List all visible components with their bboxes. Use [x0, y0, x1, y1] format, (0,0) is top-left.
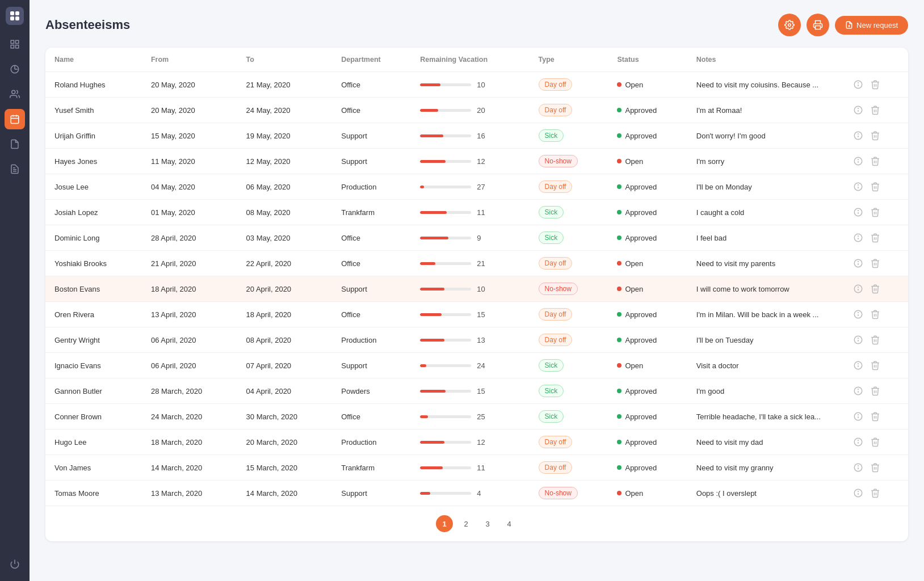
- delete-icon[interactable]: [869, 308, 881, 321]
- delete-icon[interactable]: [869, 206, 881, 218]
- table-row: Josue Lee 04 May, 2020 06 May, 2020 Prod…: [45, 174, 908, 200]
- page-btn-3[interactable]: 3: [479, 515, 496, 532]
- table-row: Von James 14 March, 2020 15 March, 2020 …: [45, 455, 908, 481]
- cell-name: Conner Brown: [45, 404, 142, 430]
- delete-icon[interactable]: [869, 334, 881, 346]
- cell-type: Day off: [530, 251, 608, 276]
- info-icon[interactable]: [852, 257, 864, 270]
- status-label: Open: [625, 157, 643, 166]
- delete-icon[interactable]: [869, 461, 881, 474]
- delete-icon[interactable]: [869, 487, 881, 499]
- info-icon[interactable]: [852, 78, 864, 91]
- status-dot: [617, 363, 621, 368]
- sidebar-item-doc[interactable]: [5, 159, 25, 179]
- info-icon[interactable]: [852, 104, 864, 116]
- delete-icon[interactable]: [869, 410, 881, 423]
- sidebar-item-power[interactable]: [5, 554, 25, 574]
- print-button[interactable]: [807, 14, 829, 36]
- cell-name: Josiah Lopez: [45, 200, 142, 225]
- delete-icon[interactable]: [869, 359, 881, 372]
- cell-department: Office: [332, 98, 411, 123]
- cell-notes: I'm at Romaa!: [687, 98, 843, 123]
- status-dot: [617, 159, 621, 163]
- delete-icon[interactable]: [869, 129, 881, 142]
- delete-icon[interactable]: [869, 257, 881, 270]
- delete-icon[interactable]: [869, 78, 881, 91]
- info-icon[interactable]: [852, 334, 864, 346]
- info-icon[interactable]: [852, 359, 864, 372]
- cell-notes: Terrible headache, I'll take a sick lea.…: [687, 404, 843, 430]
- delete-icon[interactable]: [869, 385, 881, 397]
- cell-name: Roland Hughes: [45, 72, 142, 98]
- new-request-button[interactable]: New request: [835, 16, 908, 35]
- cell-status: Approved: [608, 98, 687, 123]
- info-icon[interactable]: [852, 487, 864, 499]
- status-label: Approved: [625, 183, 657, 191]
- cell-notes: I'll be on Tuesday: [687, 327, 843, 353]
- cell-actions: [843, 174, 908, 200]
- info-icon[interactable]: [852, 155, 864, 167]
- cell-actions: [843, 251, 908, 276]
- page-btn-1[interactable]: 1: [436, 515, 453, 532]
- cell-status: Approved: [608, 174, 687, 200]
- type-badge: Day off: [539, 180, 573, 193]
- info-icon[interactable]: [852, 308, 864, 321]
- table-row: Gannon Butler 28 March, 2020 04 April, 2…: [45, 378, 908, 404]
- page-header: Absenteeisms: [45, 14, 908, 36]
- info-icon[interactable]: [852, 180, 864, 193]
- info-icon[interactable]: [852, 436, 864, 448]
- cell-status: Approved: [608, 455, 687, 481]
- cell-notes: I'm sorry: [687, 149, 843, 174]
- type-badge: Day off: [539, 334, 573, 346]
- sidebar-item-calendar[interactable]: [5, 109, 25, 129]
- type-badge: Sick: [539, 129, 564, 142]
- cell-status: Open: [608, 72, 687, 98]
- status-label: Approved: [625, 106, 657, 115]
- cell-status: Open: [608, 353, 687, 378]
- sidebar-item-users[interactable]: [5, 84, 25, 104]
- cell-department: Office: [332, 72, 411, 98]
- status-dot: [617, 440, 621, 444]
- cell-department: Support: [332, 353, 411, 378]
- delete-icon[interactable]: [869, 231, 881, 244]
- cell-notes: I'm in Milan. Will be back in a week ...: [687, 302, 843, 327]
- settings-button[interactable]: [778, 14, 801, 36]
- delete-icon[interactable]: [869, 180, 881, 193]
- info-icon[interactable]: [852, 206, 864, 218]
- cell-department: Office: [332, 302, 411, 327]
- info-icon[interactable]: [852, 231, 864, 244]
- cell-notes: Need to visit my granny: [687, 455, 843, 481]
- cell-department: Support: [332, 481, 411, 506]
- sidebar-item-grid[interactable]: [5, 34, 25, 54]
- svg-rect-0: [11, 40, 14, 43]
- cell-from: 18 March, 2020: [142, 430, 237, 455]
- cell-status: Open: [608, 276, 687, 302]
- table-row: Urijah Griffin 15 May, 2020 19 May, 2020…: [45, 123, 908, 149]
- sidebar-item-chart[interactable]: [5, 59, 25, 79]
- delete-icon[interactable]: [869, 436, 881, 448]
- info-icon[interactable]: [852, 385, 864, 397]
- info-icon[interactable]: [852, 410, 864, 423]
- type-badge: Sick: [539, 385, 564, 397]
- page-btn-2[interactable]: 2: [457, 515, 474, 532]
- delete-icon[interactable]: [869, 155, 881, 167]
- svg-rect-15: [816, 26, 821, 30]
- cell-from: 24 March, 2020: [142, 404, 237, 430]
- status-dot: [617, 108, 621, 112]
- cell-to: 21 May, 2020: [237, 72, 333, 98]
- absenteeisms-table: Name From To Department Remaining Vacati…: [45, 48, 908, 541]
- status-label: Approved: [625, 438, 657, 447]
- delete-icon[interactable]: [869, 104, 881, 116]
- cell-remaining-vacation: 12: [411, 430, 529, 455]
- table-row: Hayes Jones 11 May, 2020 12 May, 2020 Su…: [45, 149, 908, 174]
- cell-notes: Visit a doctor: [687, 353, 843, 378]
- sidebar-item-file[interactable]: [5, 134, 25, 154]
- info-icon[interactable]: [852, 461, 864, 474]
- page-btn-4[interactable]: 4: [501, 515, 518, 532]
- info-icon[interactable]: [852, 283, 864, 295]
- delete-icon[interactable]: [869, 283, 881, 295]
- app-logo[interactable]: [6, 7, 24, 25]
- cell-type: Sick: [530, 353, 608, 378]
- info-icon[interactable]: [852, 129, 864, 142]
- cell-status: Approved: [608, 430, 687, 455]
